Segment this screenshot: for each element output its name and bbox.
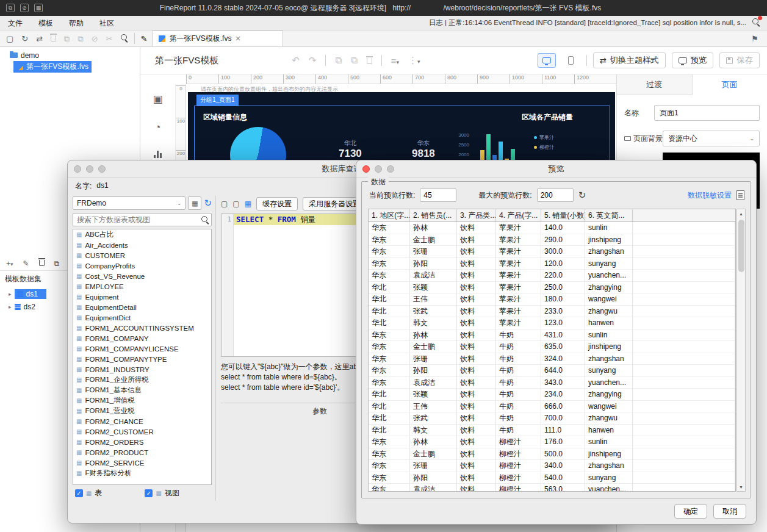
table-list-item[interactable]: ▦FORM1_基本信息 <box>73 385 211 395</box>
edit-template-icon[interactable]: ✎ <box>141 35 148 43</box>
undo-icon[interactable]: ↶ <box>292 55 300 66</box>
column-header[interactable]: 4. 产品(字... <box>496 209 541 221</box>
table-list-item[interactable]: ▦Air_Accidents <box>73 240 211 250</box>
scrollbar-thumb[interactable] <box>738 220 744 272</box>
edit-dataset-button[interactable]: ✎ <box>23 259 29 268</box>
table-row[interactable]: 华北张武饮料苹果汁233.0zhangwu <box>369 306 735 318</box>
dialog-title-bar[interactable]: 预览 <box>356 160 756 178</box>
table-row[interactable]: 华东金士鹏饮料柳橙汁500.0jinshipeng <box>369 448 735 461</box>
table-list-item[interactable]: ▦CompanyProfits <box>73 261 211 271</box>
zoom-search-icon[interactable] <box>121 34 128 43</box>
current-rows-input[interactable] <box>420 189 456 202</box>
table-row[interactable]: 华东孙阳饮料牛奶644.0sunyang <box>369 365 735 377</box>
remote-design-icon[interactable]: ⚑ <box>751 34 758 43</box>
menu-item[interactable]: 社区 <box>92 16 122 30</box>
copy-widget-icon[interactable]: ⧉ <box>335 55 342 66</box>
save-button[interactable]: 保存 <box>719 52 760 68</box>
table-row[interactable]: 华东张珊饮料柳橙汁340.0zhangshan <box>369 460 735 472</box>
tree-folder-row[interactable]: demo <box>0 49 140 61</box>
refresh-tables-button[interactable]: ↻ <box>204 198 212 209</box>
add-dataset-button[interactable]: +▾ <box>6 259 13 268</box>
minimize-button[interactable] <box>86 165 93 173</box>
masking-doc-icon[interactable] <box>736 190 744 200</box>
menu-item[interactable]: 帮助 <box>61 16 92 30</box>
delete-icon[interactable] <box>51 35 56 43</box>
table-row[interactable]: 华北韩文饮料牛奶111.0hanwen <box>369 425 735 437</box>
title-bar[interactable]: ⧉ ⊘ ▦ FineReport 11.0.28 stable 2024-07-… <box>0 0 767 16</box>
align-dropdown[interactable]: ≡▾ <box>391 56 399 66</box>
max-rows-input[interactable] <box>537 189 574 202</box>
table-row[interactable]: 华东张珊饮料苹果汁300.0zhangshan <box>369 246 735 258</box>
table-list-item[interactable]: ▦FORM1_INDUSTRY <box>73 364 211 375</box>
table-list-item[interactable]: ▦FORM2_CUSTOMER <box>73 426 211 437</box>
table-row[interactable]: 华东袁成洁饮料苹果汁220.0yuanchen... <box>369 270 735 282</box>
new-folder-icon[interactable]: ▢ <box>6 35 13 43</box>
table-list-item[interactable]: ▦FORM1_COMPANYTYPE <box>73 354 211 364</box>
table-list-item[interactable]: ▦FORM2_ORDERS <box>73 437 211 447</box>
table-row[interactable]: 华北王伟饮料牛奶666.0wangwei <box>369 401 735 413</box>
table-row[interactable]: 华东金士鹏饮料牛奶635.0jinshipeng <box>369 341 735 353</box>
edit-connection-button[interactable]: ▦ <box>188 196 201 210</box>
table-list-item[interactable]: ▦EMPLOYEE <box>73 281 211 292</box>
component-cube-icon[interactable]: ▣ <box>153 93 162 106</box>
column-header[interactable]: 5. 销量(小数) <box>541 209 585 221</box>
scroll-down-icon[interactable]: ▼ <box>737 483 745 491</box>
table-list-item[interactable]: ▦FORM1_企业所得税 <box>73 375 211 385</box>
table-list-item[interactable]: ▦FORM2_CHANCE <box>73 416 211 426</box>
mobile-view-button[interactable] <box>562 53 580 68</box>
table-list-item[interactable]: ▦FORM2_SERVICE <box>73 458 211 468</box>
expand-icon[interactable]: ▸ <box>9 291 12 297</box>
table-row[interactable]: 华东袁成洁饮料柳橙汁563.0yuanchen... <box>369 484 735 492</box>
table-row[interactable]: 华东袁成洁饮料牛奶343.0yuanchen... <box>369 377 735 389</box>
switch-theme-button[interactable]: ⇄ 切换主题样式 <box>593 52 666 68</box>
chart-pie-icon[interactable]: ◔ <box>154 121 160 134</box>
tables-checkbox[interactable]: ✓ ▦ 表 <box>75 488 102 498</box>
template-tab[interactable]: 第一张FVS模板.fvs ✕ <box>152 31 283 46</box>
expand-icon[interactable]: ▸ <box>9 304 12 310</box>
scroll-up-icon[interactable]: ▲ <box>737 209 745 218</box>
copy-icon[interactable]: ⧉ <box>64 35 70 43</box>
chart-bar-icon[interactable] <box>154 149 162 158</box>
desktop-view-button[interactable] <box>538 53 556 68</box>
connection-select[interactable]: FRDemo ⌄ <box>73 196 185 210</box>
sql-copy-icon[interactable]: ▢ <box>232 200 239 208</box>
table-row[interactable]: 华东孙林饮料苹果汁140.0sunlin <box>369 222 735 234</box>
table-list-item[interactable]: ▦FORM1_营业税 <box>73 406 211 416</box>
table-list-item[interactable]: ▦FORM1_COMPANYLICENSE <box>73 343 211 354</box>
workspace-switch-icon[interactable]: ⧉ <box>6 4 15 12</box>
table-row[interactable]: 华东金士鹏饮料苹果汁290.0jinshipeng <box>369 234 735 246</box>
refresh-preview-button[interactable]: ↻ <box>578 190 586 201</box>
tab-close-icon[interactable]: ✕ <box>235 35 240 43</box>
paste-icon[interactable]: ⧉ <box>77 35 83 43</box>
table-list-item[interactable]: ▦FORM1_增值税 <box>73 395 211 406</box>
offline-mode-icon[interactable]: ⊘ <box>20 4 29 12</box>
import-export-icon[interactable]: ⇄ <box>36 35 43 43</box>
delete-widget-icon[interactable] <box>367 56 372 66</box>
table-search-input[interactable] <box>73 213 212 226</box>
sql-table-icon[interactable]: ▦ <box>245 200 251 208</box>
cancel-button[interactable]: 取消 <box>713 504 746 519</box>
close-button[interactable] <box>362 165 370 173</box>
group-tag[interactable]: 分组1_页面1 <box>196 95 239 106</box>
minimize-button[interactable] <box>375 165 382 173</box>
table-list-item[interactable]: ▦Cost_VS_Revenue <box>73 271 211 281</box>
column-header[interactable]: 2. 销售员(... <box>410 209 457 221</box>
zoom-button[interactable] <box>98 165 106 173</box>
table-row[interactable]: 华东孙林饮料牛奶431.0sunlin <box>369 329 735 342</box>
page-name-input[interactable] <box>654 105 760 121</box>
table-row[interactable]: 华北张武饮料牛奶700.0zhangwu <box>369 412 735 425</box>
dataset-name-value[interactable]: ds1 <box>96 181 108 192</box>
close-button[interactable] <box>74 165 81 173</box>
table-list-item[interactable]: ▦FORM1_ACCOUNTTINGSYSTEM <box>73 323 211 333</box>
refresh-icon[interactable]: ↻ <box>21 35 28 43</box>
zoom-button[interactable] <box>387 165 394 173</box>
menu-item[interactable]: 模板 <box>31 16 61 30</box>
sql-file-icon[interactable]: ▢ <box>221 200 228 208</box>
cut-icon[interactable]: ✂ <box>106 35 113 43</box>
table-list-item[interactable]: ▦Equipment <box>73 292 211 302</box>
table-row[interactable]: 华北张颖饮料牛奶234.0zhangying <box>369 389 735 401</box>
background-select[interactable]: 资源中心 ⌄ <box>663 131 760 146</box>
cache-settings-button[interactable]: 缓存设置 <box>256 197 298 210</box>
table-list-item[interactable]: ▦F财务指标分析 <box>73 468 211 478</box>
table-list-item[interactable]: ▦CUSTOMER <box>73 250 211 261</box>
